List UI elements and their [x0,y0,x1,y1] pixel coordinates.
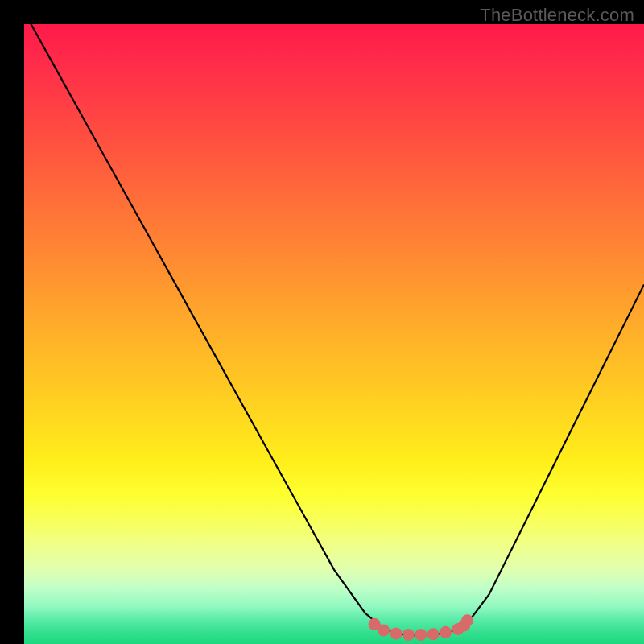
highlight-dots [369,614,474,641]
highlight-dot [440,626,452,638]
chart-svg [24,24,644,644]
highlight-dot [390,627,402,639]
bottleneck-curve [24,24,644,635]
highlight-dot [402,629,415,641]
highlight-dot [427,628,440,640]
highlight-dot [378,625,390,637]
watermark-text: TheBottleneck.com [480,5,634,26]
highlight-dot [415,629,427,641]
chart-container [24,24,644,644]
highlight-dot [461,614,473,626]
